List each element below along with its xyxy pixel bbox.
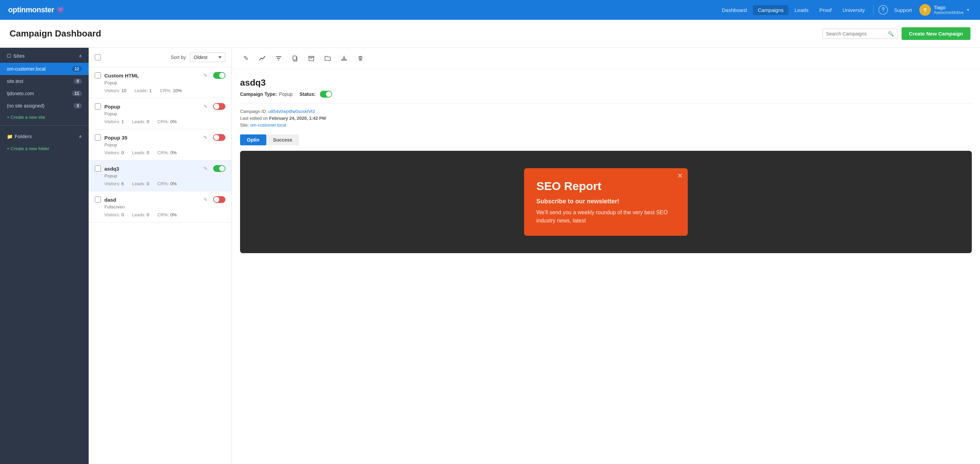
nav-links: Dashboard Campaigns Leads Proof Universi…: [717, 3, 972, 17]
campaign-stats-4: Visitors:0 Leads:0 CR%:0%: [95, 212, 225, 217]
sidebar-item-om-customer[interactable]: om-customer.local 12: [0, 63, 89, 75]
nav-link-dashboard[interactable]: Dashboard: [717, 5, 751, 15]
user-menu-chevron-icon: ▾: [967, 8, 969, 12]
cr-value-1: 0%: [170, 119, 177, 124]
create-new-site-link[interactable]: + Create a new site: [0, 112, 89, 123]
sidebar-item-site-test[interactable]: site.test 0: [0, 75, 89, 87]
campaign-item-1[interactable]: Popup ✎ Popup Visitors:1 Leads:0 CR%:0%: [89, 98, 232, 129]
detail-campaign-name: asdq3: [240, 77, 972, 88]
toolbar-export-button[interactable]: [338, 53, 350, 64]
nav-link-proof[interactable]: Proof: [815, 5, 837, 15]
detail-site-row: Site: om-customer.local: [240, 123, 972, 128]
toolbar-edit-button[interactable]: ✎: [240, 53, 251, 64]
user-menu[interactable]: T Tiago AwesomeMotive ▾: [916, 3, 972, 17]
detail-toolbar: ✎: [232, 48, 980, 69]
leads-value-1: 0: [146, 119, 149, 124]
app-body: ☐ Sites ∧ om-customer.local 12 site.test…: [0, 48, 980, 464]
campaign-edit-icon-0[interactable]: ✎: [204, 73, 208, 78]
site-count-no-site: 3: [74, 103, 82, 108]
campaign-edit-icon-4[interactable]: ✎: [204, 197, 208, 203]
campaign-item-4[interactable]: dasd ✎ Fullscreen Visitors:0 Leads:0 CR%…: [89, 191, 232, 222]
folders-section-header[interactable]: 📁 Folders ∧: [0, 128, 89, 143]
toolbar-delete-button[interactable]: [355, 53, 366, 64]
detail-site-link[interactable]: om-customer.local: [250, 123, 286, 128]
leads-value-4: 0: [146, 212, 149, 217]
logo-text: optinmonster: [8, 5, 54, 14]
cr-value-2: 0%: [170, 150, 177, 155]
campaign-type-1: Popup: [95, 111, 225, 116]
sort-by-label: Sort by: [171, 54, 186, 60]
visitors-label-4: Visitors:: [104, 212, 120, 217]
visitors-value-0: 10: [121, 88, 126, 93]
campaign-item-3[interactable]: asdq3 ✎ Popup Visitors:6 Leads:0 CR%:0%: [89, 160, 232, 191]
help-button[interactable]: ?: [878, 5, 888, 15]
campaign-list-panel: Sort by Oldest Newest Name A-Z Name Z-A …: [89, 48, 232, 464]
campaign-type-0: Popup: [95, 80, 225, 85]
toolbar-analytics-button[interactable]: [256, 53, 268, 64]
create-campaign-button[interactable]: Create New Campaign: [902, 27, 970, 40]
campaign-toggle-2[interactable]: [213, 134, 225, 141]
toolbar-copy-button[interactable]: [289, 53, 301, 64]
cr-value-0: 10%: [173, 88, 182, 93]
tab-success[interactable]: Success: [266, 134, 299, 145]
edited-date: February 24, 2020, 1:42 PM: [269, 116, 326, 121]
search-input[interactable]: [826, 31, 888, 37]
support-link[interactable]: Support: [891, 5, 916, 15]
sites-chevron-icon: ∧: [79, 54, 82, 58]
popup-body: We'll send you a weekly roundup of the v…: [536, 209, 676, 225]
campaign-toggle-3[interactable]: [213, 165, 225, 172]
campaign-item-0[interactable]: Custom HTML ✎ Popup Visitors:10 Leads:1 …: [89, 67, 232, 98]
tab-optin[interactable]: Optin: [240, 134, 266, 145]
site-name-no-site: (no site assigned): [7, 103, 74, 108]
edited-label: Last edited on: [240, 116, 268, 121]
campaign-name-1: Popup: [104, 104, 200, 110]
site-name-om-customer: om-customer.local: [7, 66, 72, 72]
campaign-toggle-4[interactable]: [213, 196, 225, 203]
leads-label-1: Leads:: [132, 119, 145, 124]
page-header: Campaign Dashboard 🔍 Create New Campaign: [0, 20, 980, 48]
popup-close-icon[interactable]: ✕: [677, 172, 683, 179]
campaign-type-3: Popup: [95, 173, 225, 179]
leads-label-0: Leads:: [134, 88, 148, 93]
cr-value-3: 0%: [170, 181, 177, 186]
site-name-tjdsneto: tjdsneto.com: [7, 91, 72, 96]
popup-subtitle: Subscribe to our newsletter!: [536, 198, 676, 205]
cr-label-0: CR%:: [160, 88, 172, 93]
nav-link-leads[interactable]: Leads: [790, 5, 813, 15]
campaign-name-2: Popup 35: [104, 135, 200, 140]
logo[interactable]: optinmonster 👾: [8, 5, 65, 14]
campaign-checkbox-0[interactable]: [95, 72, 101, 78]
campaign-item-2[interactable]: Popup 35 ✎ Popup Visitors:0 Leads:0 CR%:…: [89, 129, 232, 160]
campaign-toggle-0[interactable]: [213, 72, 225, 79]
campaign-edit-icon-3[interactable]: ✎: [204, 166, 208, 171]
sidebar-item-no-site[interactable]: (no site assigned) 3: [0, 100, 89, 112]
select-all-checkbox[interactable]: [95, 54, 101, 61]
toolbar-folder-button[interactable]: [322, 53, 334, 64]
leads-value-2: 0: [146, 150, 149, 155]
search-icon: 🔍: [888, 31, 894, 37]
campaign-checkbox-4[interactable]: [95, 196, 101, 203]
site-name-site-test: site.test: [7, 78, 74, 84]
nav-link-campaigns[interactable]: Campaigns: [753, 5, 788, 15]
campaign-checkbox-2[interactable]: [95, 134, 101, 140]
detail-status-toggle[interactable]: [320, 91, 332, 97]
toolbar-archive-button[interactable]: [305, 53, 317, 64]
detail-panel: ✎: [232, 48, 980, 464]
campaign-name-3: asdq3: [104, 166, 200, 172]
toolbar-filter-button[interactable]: [273, 53, 285, 64]
campaign-edit-icon-2[interactable]: ✎: [204, 135, 208, 140]
search-box[interactable]: 🔍: [822, 29, 897, 39]
sort-select[interactable]: Oldest Newest Name A-Z Name Z-A: [190, 53, 225, 62]
nav-link-university[interactable]: University: [838, 5, 870, 15]
campaign-checkbox-3[interactable]: [95, 166, 101, 172]
sites-section-header[interactable]: ☐ Sites ∧: [0, 48, 89, 63]
campaign-toggle-1[interactable]: [213, 103, 225, 110]
campaign-edit-icon-1[interactable]: ✎: [204, 104, 208, 109]
sidebar-item-tjdsneto[interactable]: tjdsneto.com 11: [0, 87, 89, 100]
site-count-site-test: 0: [74, 78, 82, 84]
main-content: Sort by Oldest Newest Name A-Z Name Z-A …: [89, 48, 980, 464]
campaign-id-link[interactable]: u854v0wp6fw0sosktVt3: [268, 109, 315, 114]
create-new-folder-link[interactable]: + Create a new folder: [0, 143, 89, 154]
campaign-checkbox-1[interactable]: [95, 104, 101, 110]
campaign-type-4: Fullscreen: [95, 204, 225, 209]
